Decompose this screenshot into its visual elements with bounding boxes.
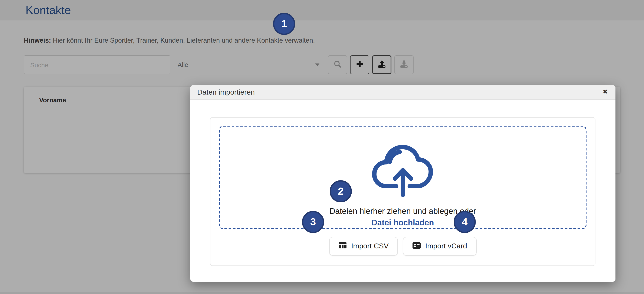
- import-csv-button[interactable]: Import CSV: [330, 237, 398, 256]
- table-icon: [339, 242, 347, 251]
- import-dialog: Daten importieren ✖ Dateien hierher zieh…: [190, 85, 616, 282]
- dialog-header: Daten importieren ✖: [190, 85, 616, 100]
- address-card-icon: [412, 242, 421, 251]
- annotation-badge-3: 3: [302, 211, 324, 233]
- upload-file-link[interactable]: Datei hochladen: [372, 218, 434, 228]
- annotation-badge-1: 1: [273, 13, 295, 35]
- annotation-badge-4: 4: [454, 211, 476, 233]
- import-buttons-row: Import CSV Import vCard: [190, 237, 616, 256]
- close-icon[interactable]: ✖: [603, 89, 608, 94]
- file-dropzone[interactable]: Dateien hierher ziehen und ablegen oder …: [219, 126, 586, 229]
- screen: Kontakte Hinweis: Hier könnt Ihr Eure Sp…: [0, 0, 644, 294]
- import-csv-label: Import CSV: [351, 242, 389, 250]
- import-vcard-label: Import vCard: [425, 242, 467, 250]
- cloud-upload-icon: [371, 137, 435, 199]
- annotation-badge-2: 2: [330, 180, 352, 202]
- dropzone-instruction: Dateien hierher ziehen und ablegen oder: [330, 207, 476, 216]
- dialog-title: Daten importieren: [197, 88, 255, 96]
- import-vcard-button[interactable]: Import vCard: [403, 237, 476, 256]
